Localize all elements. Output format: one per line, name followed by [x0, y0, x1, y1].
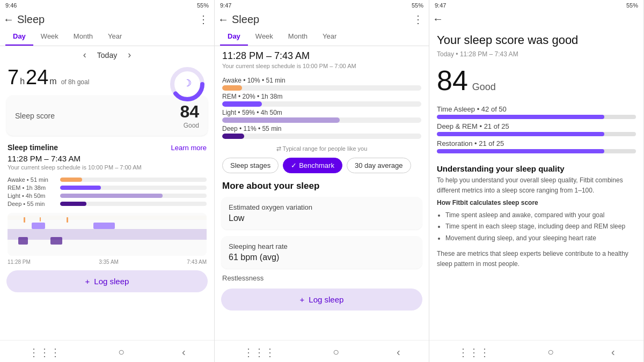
section-title-1: Sleep timeline — [8, 143, 58, 152]
card1-title: Estimated oxygen variation — [229, 203, 415, 211]
panel-1: 9:46 55% ← Sleep ⋮ Day Week Month Year ‹… — [0, 0, 215, 362]
svg-rect-4 — [8, 229, 207, 240]
tab-month-2[interactable]: Month — [281, 28, 315, 46]
today-label-1: Today — [97, 51, 117, 60]
bottom-nav-1: ⋮⋮⋮ ○ ‹ — [0, 340, 214, 362]
stage-light-1: Light • 4h 50m — [8, 193, 207, 199]
nav-menu-3[interactable]: ⋮⋮⋮ — [458, 346, 490, 359]
learn-more-1[interactable]: Learn more — [171, 144, 207, 152]
score-word-1: Good — [180, 122, 199, 129]
nav-back-2[interactable]: ‹ — [397, 346, 400, 359]
more-icon-2[interactable]: ⋮ — [413, 13, 423, 26]
bullet-3: Movement during sleep, and your sleeping… — [445, 233, 636, 243]
nav-home-3[interactable]: ○ — [547, 346, 554, 359]
bullets: Time spent asleep and awake, compared wi… — [437, 210, 636, 243]
sleep-hours: 7 — [8, 66, 19, 89]
back-icon-1[interactable]: ← — [3, 13, 14, 26]
tab-30day[interactable]: 30 day average — [347, 158, 411, 173]
svg-rect-8 — [93, 223, 115, 229]
metric-time-asleep: Time Asleep • 42 of 50 — [437, 105, 636, 119]
nav-home-1[interactable]: ○ — [118, 346, 125, 359]
nav-home-2[interactable]: ○ — [333, 346, 339, 359]
tabs-2: Day Week Month Year — [215, 28, 429, 46]
score-value-1: 84 — [180, 102, 199, 122]
score-label-1: Sleep score — [15, 112, 55, 120]
nav-back-3[interactable]: ‹ — [611, 346, 615, 359]
app-title-2: Sleep — [232, 13, 409, 26]
svg-rect-10 — [40, 217, 41, 221]
sleep-minutes: 24 — [26, 66, 48, 89]
understanding-title: Understanding your sleep quality — [429, 160, 643, 175]
tab-month-1[interactable]: Month — [66, 28, 100, 46]
stage-awake-1: Awake • 51 min — [8, 176, 207, 183]
log-sleep-btn-1[interactable]: + Log sleep — [6, 270, 208, 292]
panel-3: 9:47 55% ← Your sleep score was good Tod… — [429, 0, 644, 362]
back-icon-2[interactable]: ← — [218, 13, 229, 26]
section-header-1: Sleep timeline Learn more — [0, 140, 214, 153]
card2-title: Sleeping heart rate — [229, 242, 415, 250]
next-arrow-1[interactable]: › — [128, 49, 131, 61]
p2-stages: Awake • 10% • 51 min REM • 20% • 1h 38m … — [215, 72, 429, 143]
bottom-nav-2: ⋮⋮⋮ ○ ‹ — [215, 340, 429, 362]
p3-score-num: 84 — [437, 64, 468, 97]
typical-range: ⇄ Typical range for people like you — [215, 143, 429, 154]
p3-sub: Today • 11:28 PM – 7:43 AM — [429, 49, 643, 62]
nav-menu-1[interactable]: ⋮⋮⋮ — [28, 346, 61, 359]
timeline-labels-1: 11:28 PM 3:35 AM 7:43 AM — [0, 258, 214, 266]
bottom-nav-3: ⋮⋮⋮ ○ ‹ — [429, 340, 643, 362]
time-donut-block: 7 h 24 m of 8h goal ☽ — [0, 64, 214, 91]
battery-3: 55% — [626, 2, 638, 9]
typical-label: Typical range for people like you — [283, 145, 368, 152]
understanding-body: To help you understand your overall slee… — [429, 175, 643, 246]
status-bar-1: 9:46 55% — [0, 0, 214, 11]
tab-year-2[interactable]: Year — [315, 28, 344, 46]
tab-sleep-stages[interactable]: Sleep stages — [222, 158, 279, 173]
log-sleep-btn-2[interactable]: + Log sleep — [221, 289, 422, 311]
battery-2: 55% — [412, 2, 423, 9]
understanding-footer: These are metrics that sleep experts bel… — [429, 246, 643, 272]
svg-rect-6 — [50, 237, 62, 245]
sleep-stages-1: Awake • 51 min REM • 1h 38m Light • 4h 5… — [0, 173, 214, 211]
app-title-1: Sleep — [17, 13, 195, 26]
prev-arrow-1[interactable]: ‹ — [83, 49, 86, 61]
app-header-1: ← Sleep ⋮ — [0, 11, 214, 28]
status-time-3: 9:47 — [435, 2, 446, 9]
timeline-time-1: 11:28 PM – 7:43 AM — [0, 153, 214, 164]
status-bar-3: 9:47 55% — [429, 0, 643, 11]
tab-week-2[interactable]: Week — [248, 28, 281, 46]
sleep-donut: ☽ — [169, 66, 206, 105]
p2-deep: Deep • 11% • 55 min — [222, 125, 421, 139]
app-header-2: ← Sleep ⋮ — [215, 11, 429, 28]
back-icon-3[interactable]: ← — [433, 13, 443, 25]
log-plus-1: + — [85, 277, 90, 286]
svg-text:☽: ☽ — [183, 78, 192, 88]
p3-score-word: Good — [472, 82, 496, 93]
nav-back-1[interactable]: ‹ — [182, 346, 186, 359]
tab-day-2[interactable]: Day — [220, 28, 248, 46]
panel-2: 9:47 55% ← Sleep ⋮ Day Week Month Year 1… — [215, 0, 429, 362]
tab-day-1[interactable]: Day — [5, 28, 33, 46]
metric-deep-rem: Deep & REM • 21 of 25 — [437, 122, 636, 136]
info-card-hr: Sleeping heart rate 61 bpm (avg) — [221, 236, 422, 269]
tab-week-1[interactable]: Week — [33, 28, 66, 46]
sleep-goal: of 8h goal — [61, 78, 90, 86]
p2-sleep-sub: Your current sleep schedule is 10:00 PM … — [215, 63, 429, 72]
p2-rem: REM • 20% • 1h 38m — [222, 93, 421, 107]
restlessness-label: Restlessness — [215, 272, 429, 284]
log-label-2: Log sleep — [309, 295, 343, 304]
tab-year-1[interactable]: Year — [100, 28, 129, 46]
metrics-section: Time Asleep • 42 of 50 Deep & REM • 21 o… — [429, 99, 643, 160]
bullet-2: Time spent in each sleep stage, includin… — [445, 221, 636, 232]
p2-awake: Awake • 10% • 51 min — [222, 77, 421, 91]
stage-rem-1: REM • 1h 38m — [8, 184, 207, 191]
tab-benchmark[interactable]: ✓Benchmark — [283, 158, 342, 173]
log-label-1: Log sleep — [94, 277, 129, 286]
status-time-1: 9:46 — [5, 2, 17, 9]
tabs-1: Day Week Month Year — [0, 28, 214, 46]
bullet-1: Time spent asleep and awake, compared wi… — [445, 210, 636, 220]
card1-val: Low — [229, 213, 415, 223]
p3-score: 84 Good — [429, 62, 643, 99]
nav-menu-2[interactable]: ⋮⋮⋮ — [243, 346, 275, 359]
app-header-3: ← — [429, 11, 643, 27]
more-icon-1[interactable]: ⋮ — [198, 13, 209, 26]
